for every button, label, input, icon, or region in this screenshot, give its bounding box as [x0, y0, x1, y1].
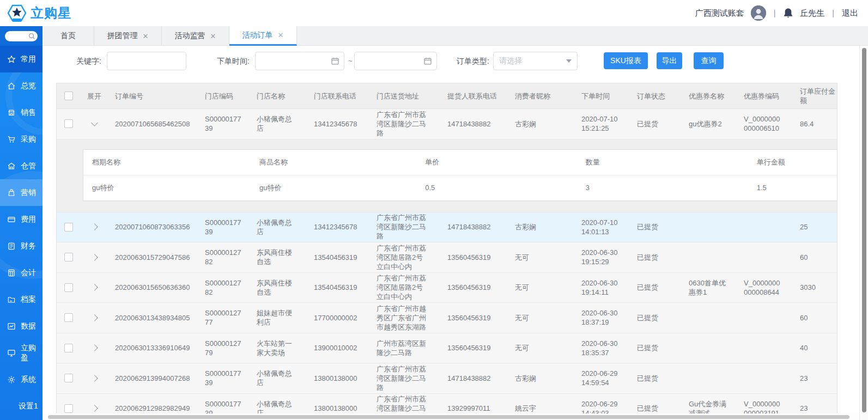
cell-order-no: 2020071060873063356 [108, 212, 198, 242]
order-type-placeholder: 请选择 [499, 56, 522, 66]
bell-icon[interactable] [783, 8, 793, 19]
table-header-row: 展开 订单编号 门店编码 门店名称 门店联系电话 门店送货地址 提货人联系电话 … [57, 83, 837, 109]
cell-order-status: 已提货 [630, 273, 682, 303]
table-row: 2020071065685462508 S0000017739 小猪佩奇总店 1… [57, 109, 837, 139]
sidebar-item-purchasing[interactable]: 采购 [0, 126, 43, 153]
sidebar-item-label: 营销 [21, 188, 36, 198]
col-period-name: 档期名称 [83, 150, 251, 175]
expand-chevron-icon[interactable] [91, 405, 98, 412]
row-checkbox[interactable] [64, 374, 73, 382]
cell-store-phone: 13900010002 [307, 333, 370, 363]
user-avatar[interactable] [751, 5, 766, 21]
query-button[interactable]: 查询 [694, 52, 724, 69]
cell-order-status: 已提货 [630, 363, 682, 393]
col-store-phone: 门店联系电话 [307, 83, 370, 108]
col-order-no: 订单编号 [108, 83, 198, 108]
keyword-label: 关键字: [76, 52, 101, 70]
sidebar-item-label: 会计 [21, 268, 36, 278]
sidebar-item-marketing[interactable]: 营销 [0, 179, 43, 206]
cell-store-code: S0000012782 [198, 273, 250, 303]
cell-store-code: S0000012777 [198, 303, 250, 333]
cell-store-address: 广东省广州市荔湾区新隆沙二马路 [370, 363, 441, 393]
tab-label: 拼团管理 [107, 31, 138, 41]
sidebar-item-liguoying[interactable]: 立购盈 [0, 339, 43, 366]
table-row: 2020063013336910649 S0000012779 火车站第一家大卖… [57, 333, 837, 364]
expand-chevron-icon[interactable] [91, 254, 98, 261]
row-checkbox[interactable] [64, 344, 73, 352]
expand-chevron-icon[interactable] [91, 223, 98, 230]
row-checkbox[interactable] [64, 283, 73, 292]
sidebar-item-label: 档案 [21, 295, 36, 305]
col-expand: 展开 [80, 83, 108, 108]
expand-chevron-icon[interactable] [91, 314, 98, 321]
order-time-start-input[interactable] [255, 52, 344, 70]
sidebar-item-accounting[interactable]: 会计 [0, 259, 43, 286]
horizontal-scrollbar-thumb[interactable] [48, 415, 849, 419]
warehouse-icon [7, 162, 16, 171]
row-checkbox[interactable] [64, 119, 73, 128]
cell-order-no: 2020063015650636360 [108, 273, 198, 303]
expand-chevron-icon[interactable] [91, 375, 98, 382]
card-icon [7, 215, 16, 224]
order-time-end-input[interactable] [354, 52, 437, 70]
sidebar-item-system[interactable]: 系统 [0, 366, 43, 393]
sidebar-item-overview[interactable]: 总览 [0, 72, 43, 99]
sidebar-item-settings1[interactable]: 设置1 [0, 393, 43, 419]
cell-store-name: 小猪佩奇总店 [250, 212, 307, 242]
export-button[interactable]: 导出 [657, 52, 682, 69]
sidebar-item-finance[interactable]: 财务 [0, 233, 43, 259]
range-separator: ~ [348, 52, 353, 70]
sidebar-item-archives[interactable]: 档案 [0, 286, 43, 313]
table-row: 2020062913994007268 S0000017739 小猪佩奇总店 1… [57, 363, 837, 394]
row-checkbox[interactable] [64, 223, 73, 232]
account-name[interactable]: 广西测试账套 [695, 8, 744, 19]
sidebar-item-warehouse[interactable]: 仓管 [0, 153, 43, 179]
row-checkbox[interactable] [64, 253, 73, 261]
calendar-icon [424, 57, 432, 65]
cell-order-status: 已提货 [630, 303, 682, 333]
cell-order-time: 2020-06-29 14:59:54 [575, 363, 630, 393]
cell-store-address: 广东省广州市荔湾区新隆沙二马路 [370, 109, 441, 139]
vertical-scrollbar-thumb[interactable] [862, 48, 866, 412]
sidebar-search-block [0, 26, 43, 46]
row-checkbox[interactable] [64, 404, 73, 413]
expand-chevron-icon[interactable] [91, 119, 98, 126]
cell-amount-due: 25 [792, 212, 838, 242]
select-all-checkbox[interactable] [64, 92, 73, 100]
sidebar-item-common[interactable]: 常用 [0, 46, 43, 72]
cell-store-name: 东风商住楼自选 [250, 242, 307, 272]
order-type-select[interactable]: 请选择 [493, 52, 578, 70]
sidebar-item-data[interactable]: 数据 [0, 313, 43, 339]
sidebar-item-expenses[interactable]: 费用 [0, 206, 43, 233]
cell-picker-phone: 14718438882 [441, 363, 508, 393]
cell-coupon-name [682, 333, 737, 363]
row-checkbox[interactable] [64, 313, 73, 322]
tab-activity-monitor[interactable]: 活动监营 ✕ [162, 26, 229, 46]
table-row: 2020071060873063356 S0000017739 小猪佩奇总店 1… [57, 212, 837, 243]
cell-store-address: 广东省广州市荔湾区陆居路2号立白中心内 [370, 242, 441, 272]
cell-consumer-nick: 无可 [508, 273, 575, 303]
tab-close-icon[interactable]: ✕ [278, 32, 284, 39]
logout-button[interactable]: 退出 [842, 8, 858, 19]
sku-report-button[interactable]: SKU报表 [604, 52, 648, 69]
header-username[interactable]: 丘先生 [800, 8, 824, 19]
expand-chevron-icon[interactable] [91, 344, 98, 351]
tab-close-icon[interactable]: ✕ [143, 33, 149, 40]
keyword-input[interactable] [107, 52, 186, 70]
cell-consumer-nick: 古彩娴 [508, 212, 575, 242]
col-line-amount: 单行金额 [748, 150, 837, 175]
cell-coupon-name [682, 242, 737, 272]
tab-close-icon[interactable]: ✕ [210, 33, 216, 40]
tab-group-buy-management[interactable]: 拼团管理 ✕ [94, 26, 162, 46]
tab-home[interactable]: 首页 [43, 26, 94, 46]
home-icon [7, 82, 16, 90]
sidebar-item-sales[interactable]: 销售 [0, 99, 43, 126]
cell-store-address: 广东省广州市荔湾区陆居路2号立白中心内 [370, 273, 441, 303]
expand-chevron-icon[interactable] [91, 284, 98, 291]
cell-coupon-code [737, 212, 792, 242]
sidebar-item-label: 采购 [21, 135, 36, 144]
sidebar-search-input[interactable] [5, 31, 38, 41]
tab-activity-orders[interactable]: 活动订单 ✕ [229, 26, 297, 46]
cell-amount-due: 60 [792, 303, 838, 333]
cell-store-phone: 13540456319 [307, 242, 370, 272]
